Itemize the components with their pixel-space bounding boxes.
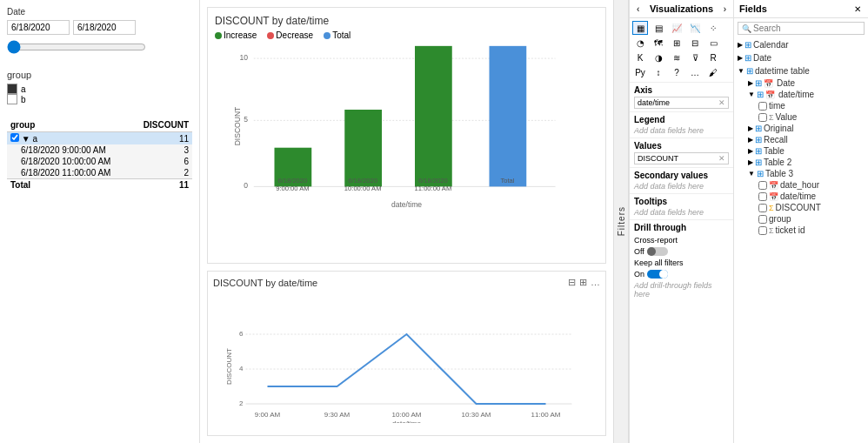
expand-arrow-calendar: ▶ (738, 41, 743, 49)
viz-icon-card[interactable]: ▭ (705, 36, 721, 50)
fields-search-input[interactable] (753, 23, 860, 33)
filters-tab-label: Filters (617, 206, 626, 236)
field-item-recall[interactable]: ▶ ⊞ Recall (734, 134, 868, 145)
date-range-slider[interactable] (7, 40, 146, 54)
fields-list: ▶ ⊞ Calendar ▶ ⊞ Date ▼ ⊞ datetime table… (734, 38, 868, 443)
field-checkbox-value[interactable] (758, 113, 767, 122)
group-legend: group a b (7, 70, 192, 104)
svg-text:DISCOUNT: DISCOUNT (233, 106, 242, 145)
viz-icon-decomp[interactable]: ↕ (651, 65, 666, 79)
viz-icon-matrix[interactable]: ⊟ (687, 36, 703, 50)
field-item-value[interactable]: Σ Value (734, 111, 868, 123)
viz-icon-bar[interactable]: ▦ (632, 21, 648, 35)
viz-icon-line[interactable]: 📈 (669, 21, 684, 35)
expand-icon: ▼ (22, 134, 30, 144)
more-icon[interactable]: … (591, 277, 600, 288)
expand-icon[interactable]: ⊞ (579, 277, 587, 288)
field-item-date-hour[interactable]: 📅 date_hour (734, 179, 868, 191)
field-checkbox-time[interactable] (758, 102, 767, 111)
viz-icon-pie[interactable]: ◔ (632, 36, 648, 50)
viz-icon-waterfall[interactable]: ≋ (669, 50, 684, 64)
calendar-table-icon: ⊞ (744, 40, 751, 50)
legend-label-a: a (21, 84, 26, 94)
field-item-ticket-id-label: ticket id (776, 225, 805, 235)
field-group-calendar[interactable]: ▶ ⊞ Calendar (734, 38, 868, 51)
field-item-discount[interactable]: Σ DISCOUNT (734, 202, 868, 213)
viz-icon-stacked[interactable]: ▤ (651, 21, 666, 35)
svg-text:10:30 AM: 10:30 AM (462, 411, 491, 419)
on-toggle[interactable] (647, 270, 668, 279)
viz-icon-r[interactable]: R (705, 50, 721, 64)
filters-tab[interactable]: Filters (613, 0, 629, 443)
fields-search-box[interactable]: 🔍 (738, 22, 865, 35)
axis-field-remove[interactable]: ✕ (718, 98, 725, 107)
field-checkbox-datetime-t3[interactable] (758, 192, 767, 201)
field-checkbox-discount[interactable] (758, 204, 767, 212)
viz-panel-forward-btn[interactable]: › (722, 4, 728, 14)
field-item-table3-label: Table 3 (765, 169, 793, 178)
viz-panel-back-btn[interactable]: ‹ (635, 4, 641, 14)
field-group-date[interactable]: ▶ ⊞ Date (734, 51, 868, 64)
field-checkbox-date-hour[interactable] (758, 181, 767, 190)
row-checkbox[interactable] (10, 133, 19, 142)
legend-item-b: b (7, 94, 192, 104)
field-item-date[interactable]: ▶ ⊞ 📅 Date (734, 77, 868, 89)
legend-label-b: b (21, 95, 26, 104)
field-checkbox-group[interactable] (758, 215, 767, 224)
row-label: a (32, 134, 37, 144)
off-label: Off (634, 247, 644, 256)
field-item-discount-label: DISCOUNT (776, 203, 821, 212)
field-item-time[interactable]: time (734, 100, 868, 111)
datetime-sub-icon: ⊞ (757, 90, 764, 99)
svg-text:9:00:00 AM: 9:00:00 AM (276, 185, 309, 192)
viz-icon-map[interactable]: 🗺 (651, 36, 666, 50)
expand-arrow-datetime: ▼ (748, 91, 755, 98)
keep-filters-label: Keep all filters (634, 258, 684, 267)
viz-icon-more[interactable]: … (687, 65, 703, 79)
field-item-table[interactable]: ▶ ⊞ Table (734, 145, 868, 157)
fields-panel-header: Fields ✕ (734, 0, 868, 18)
field-item-datetime-t3[interactable]: 📅 date/time (734, 191, 868, 202)
field-item-datetime[interactable]: ▼ ⊞ 📅 date/time (734, 89, 868, 100)
date-to-input[interactable] (73, 20, 136, 35)
field-group-calendar-label: Calendar (753, 40, 789, 50)
values-field-remove[interactable]: ✕ (718, 154, 725, 163)
legend-add-field: Add data fields here (634, 126, 729, 135)
viz-icon-area[interactable]: 📉 (687, 21, 703, 35)
field-item-table2[interactable]: ▶ ⊞ Table 2 (734, 157, 868, 168)
field-checkbox-ticket-id[interactable] (758, 226, 767, 235)
viz-icon-scatter[interactable]: ⁘ (705, 21, 721, 35)
field-item-table3[interactable]: ▼ ⊞ Table 3 (734, 168, 868, 179)
viz-icon-qna[interactable]: ? (669, 65, 684, 79)
sigma-icon-discount: Σ (769, 204, 774, 212)
viz-icon-table[interactable]: ⊞ (669, 36, 684, 50)
viz-icon-format[interactable]: 🖌 (705, 65, 721, 79)
search-icon: 🔍 (742, 24, 751, 33)
slider-container (7, 40, 192, 56)
off-toggle-row: Off (634, 247, 729, 256)
col-discount-header: DISCOUNT (131, 118, 192, 132)
viz-icon-py[interactable]: Py (632, 65, 648, 79)
off-toggle[interactable] (647, 247, 668, 256)
values-field-pill[interactable]: DISCOUNT ✕ (634, 152, 729, 164)
field-group-datetime-table[interactable]: ▼ ⊞ datetime table (734, 64, 868, 77)
viz-icon-funnel[interactable]: ⊽ (687, 50, 703, 64)
viz-icon-kpi[interactable]: K (632, 50, 648, 64)
date-from-input[interactable] (7, 20, 70, 35)
values-label: Values (634, 141, 729, 151)
svg-text:10: 10 (240, 53, 249, 62)
expand-arrow-original: ▶ (748, 124, 753, 132)
legend-increase: Increase (215, 30, 257, 40)
filter-icon[interactable]: ⊟ (568, 277, 576, 288)
bar-chart-svg: 10 5 0 DISCOUNT 6/18/2020 9:00:00 AM 6/1… (215, 44, 598, 209)
fields-panel-close-btn[interactable]: ✕ (852, 4, 863, 14)
increase-dot (215, 32, 222, 39)
axis-field-pill[interactable]: date/time ✕ (634, 97, 729, 109)
field-item-group[interactable]: group (734, 213, 868, 225)
viz-icon-gauge[interactable]: ◑ (651, 50, 666, 64)
svg-text:2: 2 (239, 399, 244, 407)
secondary-values-label: Secondary values (634, 171, 729, 180)
drill-through-label: Drill through (634, 223, 729, 232)
field-item-original[interactable]: ▶ ⊞ Original (734, 123, 868, 134)
field-item-ticket-id[interactable]: Σ ticket id (734, 225, 868, 236)
